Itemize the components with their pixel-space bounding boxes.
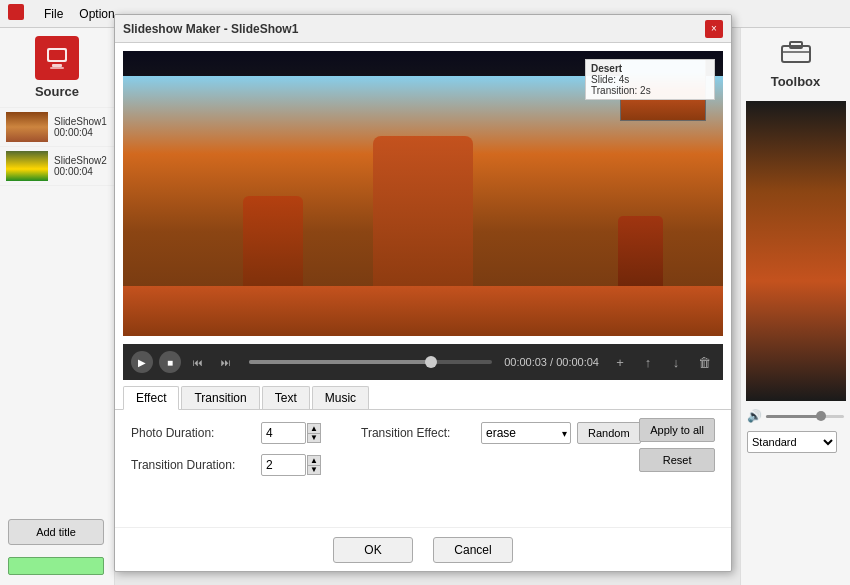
tab-music[interactable]: Music bbox=[312, 386, 369, 409]
svg-rect-1 bbox=[49, 50, 65, 60]
progress-fill bbox=[249, 360, 431, 364]
progress-bar[interactable] bbox=[249, 360, 492, 364]
transition-duration-up[interactable]: ▲ bbox=[307, 455, 321, 465]
volume-slider[interactable] bbox=[766, 415, 844, 418]
action-buttons: + ↑ ↓ 🗑 bbox=[609, 351, 715, 373]
progress-handle[interactable] bbox=[425, 356, 437, 368]
cancel-button[interactable]: Cancel bbox=[433, 537, 513, 563]
sidebar: Source SlideShow1 00:00:04 SlideShow2 00… bbox=[0, 28, 115, 585]
svg-rect-2 bbox=[52, 64, 62, 67]
desert-ground bbox=[123, 286, 723, 336]
slideshow-dialog: Slideshow Maker - SlideShow1 × Desert Sl… bbox=[114, 14, 732, 572]
slide-info-2: SlideShow2 00:00:04 bbox=[54, 155, 107, 177]
toolbox-panel: Toolbox 🔊 Standard HD 4K bbox=[740, 28, 850, 585]
dialog-titlebar: Slideshow Maker - SlideShow1 × bbox=[115, 15, 731, 43]
app-icon-area bbox=[8, 4, 28, 23]
thumbnail-info: Desert Slide: 4s Transition: 2s bbox=[585, 59, 715, 100]
slide-thumb-2 bbox=[6, 151, 48, 181]
rock-main bbox=[373, 136, 473, 296]
volume-handle[interactable] bbox=[816, 411, 826, 421]
dialog-title-text: Slideshow Maker - SlideShow1 bbox=[123, 22, 298, 36]
photo-duration-down[interactable]: ▼ bbox=[307, 433, 321, 443]
rock-right bbox=[618, 216, 663, 296]
dialog-footer: OK Cancel bbox=[115, 527, 731, 571]
transition-duration-label: Transition Duration: bbox=[131, 458, 261, 472]
next-button[interactable]: ⏭ bbox=[215, 351, 237, 373]
source-button[interactable]: Source bbox=[0, 28, 114, 108]
slide-info-1: SlideShow1 00:00:04 bbox=[54, 116, 107, 138]
transition-duration-input[interactable] bbox=[261, 454, 306, 476]
slide-thumb-1 bbox=[6, 112, 48, 142]
delete-button[interactable]: 🗑 bbox=[693, 351, 715, 373]
reset-button[interactable]: Reset bbox=[639, 448, 715, 472]
app-icon bbox=[8, 4, 24, 20]
transition-duration-row: Transition Duration: ▲ ▼ bbox=[131, 454, 715, 476]
photo-duration-input[interactable] bbox=[261, 422, 306, 444]
menu-option[interactable]: Option bbox=[79, 7, 114, 21]
toolbox-icon bbox=[776, 36, 816, 72]
toolbox-label: Toolbox bbox=[771, 74, 821, 89]
svg-rect-3 bbox=[50, 67, 64, 69]
move-up-button[interactable]: ↑ bbox=[637, 351, 659, 373]
volume-icon: 🔊 bbox=[747, 409, 762, 423]
transition-duration-spinner: ▲ ▼ bbox=[307, 455, 321, 475]
quality-select[interactable]: Standard HD 4K bbox=[747, 431, 837, 453]
effect-panel: Photo Duration: ▲ ▼ Transition Effect: e… bbox=[115, 410, 731, 520]
tab-text[interactable]: Text bbox=[262, 386, 310, 409]
apply-to-all-button[interactable]: Apply to all bbox=[639, 418, 715, 442]
photo-duration-spinner: ▲ ▼ bbox=[307, 423, 321, 443]
dialog-close-button[interactable]: × bbox=[705, 20, 723, 38]
random-button[interactable]: Random bbox=[577, 422, 641, 444]
transition-effect-label: Transition Effect: bbox=[361, 426, 481, 440]
slide-item-2[interactable]: SlideShow2 00:00:04 bbox=[0, 147, 114, 186]
ok-button[interactable]: OK bbox=[333, 537, 413, 563]
add-button[interactable]: + bbox=[609, 351, 631, 373]
photo-duration-row: Photo Duration: ▲ ▼ Transition Effect: e… bbox=[131, 422, 715, 444]
add-title-button[interactable]: Add title bbox=[8, 519, 104, 545]
thumbnail-strip: Desert Slide: 4s Transition: 2s bbox=[620, 59, 715, 123]
thumb-slide-dur: Slide: 4s bbox=[591, 74, 709, 85]
toolbox-preview-image bbox=[746, 101, 846, 401]
playback-controls: ▶ ■ ⏮ ⏭ 00:00:03 / 00:00:04 + ↑ ↓ 🗑 bbox=[123, 344, 723, 380]
transition-duration-down[interactable]: ▼ bbox=[307, 465, 321, 475]
source-icon bbox=[35, 36, 79, 80]
move-down-button[interactable]: ↓ bbox=[665, 351, 687, 373]
volume-control: 🔊 bbox=[741, 409, 850, 423]
effect-tabs: Effect Transition Text Music bbox=[115, 380, 731, 410]
photo-duration-label: Photo Duration: bbox=[131, 426, 261, 440]
thumb-transition: Transition: 2s bbox=[591, 85, 709, 96]
slide-item-1[interactable]: SlideShow1 00:00:04 bbox=[0, 108, 114, 147]
source-label: Source bbox=[35, 84, 79, 99]
volume-fill bbox=[766, 415, 821, 418]
prev-button[interactable]: ⏮ bbox=[187, 351, 209, 373]
tab-transition[interactable]: Transition bbox=[181, 386, 259, 409]
tab-effect[interactable]: Effect bbox=[123, 386, 179, 410]
rock-left bbox=[243, 196, 303, 296]
thumb-name: Desert bbox=[591, 63, 709, 74]
time-display: 00:00:03 / 00:00:04 bbox=[504, 356, 599, 368]
transition-effect-select[interactable]: erase fade slide zoom bbox=[481, 422, 571, 444]
stop-button[interactable]: ■ bbox=[159, 351, 181, 373]
play-button[interactable]: ▶ bbox=[131, 351, 153, 373]
video-preview: Desert Slide: 4s Transition: 2s bbox=[123, 51, 723, 336]
menu-file[interactable]: File bbox=[44, 7, 63, 21]
quality-row: Standard HD 4K bbox=[741, 431, 850, 453]
title-input-bar[interactable] bbox=[8, 557, 104, 575]
photo-duration-up[interactable]: ▲ bbox=[307, 423, 321, 433]
transition-effect-wrapper: erase fade slide zoom bbox=[481, 422, 571, 444]
